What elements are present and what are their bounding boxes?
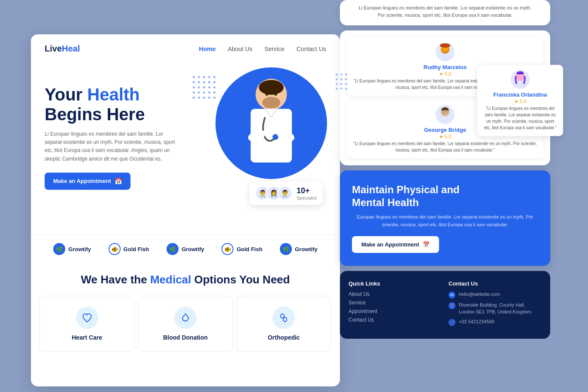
footer-link-appointment[interactable]: Appointment (349, 308, 442, 314)
service-card-heart: Heart Care (39, 296, 134, 352)
orthopedic-icon (273, 307, 295, 329)
review-stars-rudhy: ★ 5.0 (439, 71, 451, 77)
nav-item-about[interactable]: About Us (227, 45, 252, 53)
service-name-heart: Heart Care (47, 334, 127, 341)
reviews-area: Rudhy Marcelos ★ 5.0 "Li Europan lingues… (340, 30, 550, 165)
review-text-geourge: "Li Europan lingues es membres del sam f… (352, 140, 538, 153)
partner-name-2: Gold Fish (124, 246, 149, 252)
heart-care-icon (76, 307, 98, 329)
partner-icon-2: 🐠 (109, 243, 121, 255)
nav-link-service[interactable]: Service (264, 46, 285, 52)
svg-point-2 (259, 80, 284, 95)
partner-goldfish-1: 🐠 Gold Fish (109, 243, 149, 255)
hero-title: Your Health Begins Here (45, 85, 191, 124)
cta-title-line2: Mental Health (352, 197, 419, 208)
cta-button-label: Make an Appointment (361, 241, 419, 248)
specialist-label: Specialist (297, 195, 317, 201)
logo-live: Live (45, 44, 62, 53)
nav-item-contact[interactable]: Contact Us (297, 45, 326, 53)
contact-title: Contact Us (449, 280, 542, 287)
main-card: LiveHeal Home About Us Service Contact U… (31, 34, 340, 386)
partner-icon-5: 🌿 (280, 243, 292, 255)
section-title-start: We Have the (81, 273, 150, 286)
hero-section: Your Health Begins Here Li Europan lingu… (31, 63, 340, 235)
footer-quick-links: Quick Links About Us Service Appointment… (349, 280, 442, 329)
partner-goldfish-2: 🐠 Gold Fish (221, 243, 262, 255)
contact-address: 📍 Riverside Building, County Hall, Londo… (449, 302, 542, 315)
appointment-button-label: Make an Appointment (53, 178, 111, 184)
right-panel: Li Europan lingues es membres del sam fa… (340, 0, 550, 392)
nav-item-service[interactable]: Service (264, 45, 285, 53)
contact-phone: 📞 +02 5421234560 (449, 319, 542, 326)
specialists-badge: 👨‍⚕️ 👩‍⚕️ 👨‍⚕️ 10+ Specialist (249, 182, 323, 205)
avatar-3: 👨‍⚕️ (278, 186, 292, 201)
contact-phone-text: +02 5421234560 (459, 319, 494, 325)
review-name-rudhy: Rudhy Marcelos (424, 64, 467, 70)
review-text-franciska: "Li Europan lingues es membres del sam f… (482, 105, 558, 131)
logo[interactable]: LiveHeal (45, 44, 80, 54)
contact-email-text: hello@website.com (459, 291, 500, 298)
nav-link-about[interactable]: About Us (227, 46, 252, 52)
partner-growtify-2: 🌿 Growtify (167, 243, 204, 255)
blood-donation-icon (174, 307, 197, 329)
partner-icon-3: 🌿 (167, 243, 179, 255)
partners-row: 🌿 Growtify 🐠 Gold Fish 🌿 Growtify 🐠 Gold… (31, 235, 340, 263)
hero-description: Li Europan lingues es membres del sam fa… (45, 130, 178, 163)
footer-link-service[interactable]: Service (349, 300, 442, 306)
partner-name-3: Growtify (182, 246, 204, 252)
appointment-button[interactable]: Make an Appointment 📅 (45, 173, 130, 190)
contact-address-text: Riverside Building, County Hall, London … (459, 302, 542, 315)
hero-title-health: Health (87, 85, 139, 104)
review-stars-franciska: ★ 5.0 (514, 99, 526, 104)
footer-link-contact[interactable]: Contact Us (349, 317, 442, 323)
nav-link-home[interactable]: Home (199, 46, 216, 52)
svg-rect-15 (440, 45, 450, 46)
specialist-info: 10+ Specialist (297, 186, 317, 201)
phone-icon: 📞 (449, 319, 455, 326)
partner-name-4: Gold Fish (236, 246, 262, 252)
section-title-blue: Medical (150, 273, 191, 286)
specialist-avatars: 👨‍⚕️ 👩‍⚕️ 👨‍⚕️ (255, 186, 292, 201)
nav-links: Home About Us Service Contact Us (199, 45, 326, 53)
hero-title-begins: Begins Here (45, 105, 145, 124)
service-card-blood: Blood Donation (138, 296, 233, 352)
location-icon: 📍 (449, 302, 455, 309)
cta-appointment-button[interactable]: Make an Appointment 📅 (352, 236, 439, 253)
svg-point-4 (275, 93, 277, 96)
cta-title-main: intain Physical and (366, 184, 459, 195)
calendar-icon: 📅 (115, 178, 122, 185)
top-description-text: Li Europan lingues es membres del sam fa… (349, 4, 542, 12)
hero-title-your: Your (45, 85, 87, 104)
medical-section: We Have the Medical Options You Need (31, 263, 340, 286)
right-dot-decoration (336, 73, 347, 90)
quick-links-title: Quick Links (349, 280, 442, 287)
review-name-geourge: Geourge Bridge (424, 127, 466, 133)
svg-point-1 (262, 97, 280, 109)
section-title: We Have the Medical Options You Need (45, 273, 326, 286)
cta-description: Europan lingues es membres del sam famil… (352, 213, 538, 228)
partner-icon-4: 🐠 (221, 243, 233, 255)
cta-title-part1: Ma (352, 184, 366, 195)
nav-item-home[interactable]: Home (199, 45, 216, 53)
service-cards: Heart Care Blood Donation Orthopedic (31, 296, 340, 352)
cta-section: Maintain Physical and Mental Health Euro… (340, 170, 550, 266)
top-description-card: Li Europan lingues es membres del sam fa… (340, 0, 550, 25)
doctor-image (222, 72, 321, 179)
partner-icon-1: 🌿 (53, 243, 65, 255)
doctor-circle (215, 67, 327, 179)
partner-name-5: Growtify (295, 246, 318, 252)
footer-link-about[interactable]: About Us (349, 291, 442, 297)
service-card-orthopedic: Orthopedic (236, 296, 331, 352)
review-stars-geourge: ★ 5.0 (439, 134, 451, 140)
hero-text: Your Health Begins Here Li Europan lingu… (45, 72, 191, 190)
partner-name-1: Growtify (68, 246, 91, 252)
review-avatar-rudhy (436, 43, 455, 61)
review-avatar-franciska (511, 70, 530, 89)
service-name-orthopedic: Orthopedic (244, 334, 324, 341)
review-franciska: Franciska Orlandina ★ 5.0 "Li Europan li… (477, 65, 563, 136)
svg-point-3 (266, 93, 268, 96)
nav-link-contact[interactable]: Contact Us (297, 46, 326, 52)
review-avatar-geourge (436, 105, 455, 124)
cta-title: Maintain Physical and Mental Health (352, 183, 538, 209)
contact-email: ✉ hello@website.com (449, 291, 542, 298)
